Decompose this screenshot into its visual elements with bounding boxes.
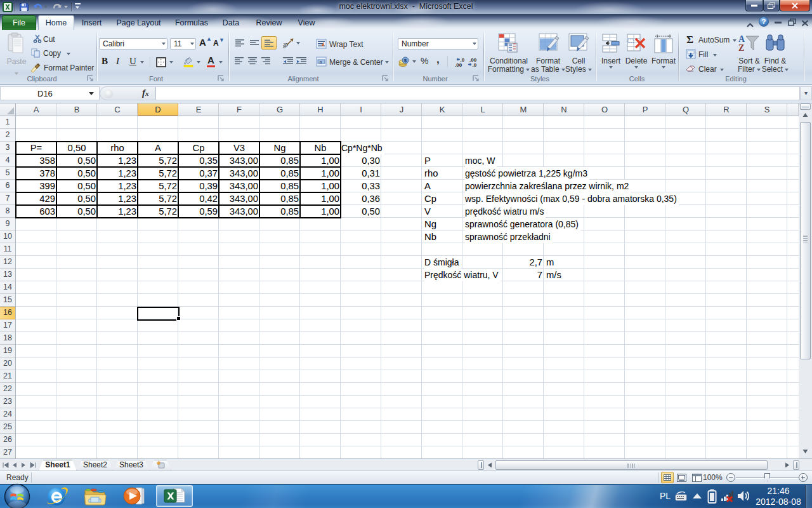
- svg-text:.0: .0: [473, 62, 477, 68]
- svg-text:Z: Z: [738, 43, 744, 53]
- svg-text:$: $: [404, 58, 407, 64]
- svg-text:.00: .00: [455, 62, 462, 68]
- svg-text:A: A: [738, 34, 745, 44]
- svg-text:ab: ab: [283, 41, 289, 48]
- svg-text:a: a: [320, 60, 322, 64]
